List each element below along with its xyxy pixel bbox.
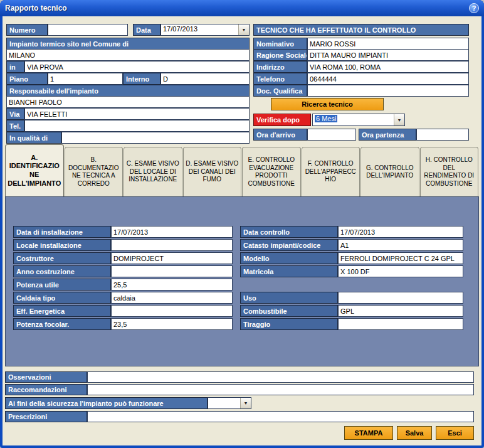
tab-identificazione-impianto[interactable]: A. IDENTIFICAZIONE DELL'IMPIANTO [5, 144, 64, 196]
indirizzo-input[interactable] [307, 61, 469, 73]
data-controllo-label: Data controllo [240, 226, 338, 238]
costruttore-input[interactable] [111, 252, 233, 264]
via-label: Via [6, 108, 24, 120]
via-input[interactable] [24, 108, 250, 120]
matricola-input[interactable] [338, 265, 463, 277]
data-combobox-value: 17/07/2013 [161, 24, 238, 35]
doc-qualifica-input[interactable] [307, 85, 469, 97]
interno-label: Interno [123, 73, 160, 85]
piano-label: Piano [6, 73, 48, 85]
data-combobox[interactable]: 17/07/2013 ▼ [160, 24, 250, 36]
verifica-dopo-combobox[interactable]: 6 Mesi ▼ [312, 114, 405, 126]
tel-input[interactable] [24, 120, 250, 132]
tab-controllo-apparecchio[interactable]: F. CONTROLLO DELL'APPARECCHIO [302, 147, 360, 196]
tab-label: H. CONTROLLO DEL RENDIMENTO DI COMBUSTIO… [422, 156, 477, 188]
comune-input[interactable] [6, 49, 250, 61]
modello-label: Modello [240, 252, 338, 264]
raccomandazioni-input[interactable] [87, 384, 474, 395]
tab-controllo-impianto[interactable]: G. CONTROLLO DELL'IMPIANTO [360, 147, 419, 196]
tel-label: Tel. [6, 120, 24, 132]
interno-input[interactable] [160, 73, 250, 85]
combustibile-label: Combustibile [240, 305, 338, 317]
window-title: Rapporto tecnico [5, 4, 67, 13]
ora-arrivo-input[interactable] [307, 129, 356, 141]
tab-label: B. DOCUMENTAZIONE TECNICA A CORREDO [66, 156, 122, 188]
uso-input[interactable] [338, 292, 463, 304]
data-controllo-input[interactable] [338, 226, 463, 238]
anno-costruzione-label: Anno costruzione [13, 265, 111, 277]
data-label: Data [133, 24, 160, 36]
ora-partenza-input[interactable] [416, 129, 469, 141]
data-installazione-input[interactable] [111, 226, 233, 238]
telefono-label: Telefono [253, 73, 307, 85]
data-installazione-label: Data di installazione [13, 226, 111, 238]
prescrizioni-input[interactable] [87, 411, 474, 422]
identificazione-panel: Data di installazione Data controllo Loc… [5, 196, 479, 366]
tab-controllo-rendimento[interactable]: H. CONTROLLO DEL RENDIMENTO DI COMBUSTIO… [420, 147, 479, 196]
potenza-utile-label: Potenza utile [13, 279, 111, 291]
salva-button[interactable]: Salva [397, 426, 432, 440]
tab-esame-canali-fumo[interactable]: D. ESAME VISIVO DEI CANALI DEI FUMO [183, 147, 242, 196]
eff-energetica-label: Eff. Energetica [13, 305, 111, 317]
sicurezza-combobox[interactable]: ▼ [208, 397, 251, 409]
nominativo-label: Nominativo [253, 38, 307, 50]
tab-label: D. ESAME VISIVO DEI CANALI DEI FUMO [185, 160, 240, 184]
comune-header: Impianto termico sito nel Comune di [6, 38, 250, 50]
potenza-utile-input[interactable] [111, 279, 233, 291]
numero-input[interactable] [48, 24, 128, 36]
eff-energetica-input[interactable] [111, 305, 233, 317]
osservazioni-label: Osservazioni [5, 371, 87, 383]
ragione-sociale-input[interactable] [307, 49, 469, 61]
caldaia-tipo-label: Caldaia tipo [13, 292, 111, 304]
osservazioni-input[interactable] [87, 371, 474, 383]
verifica-dopo-value: 6 Mesi [313, 114, 394, 125]
modello-input[interactable] [338, 252, 463, 264]
responsabile-header: Responsabile dell'impianto [6, 85, 250, 97]
indirizzo-label: Indirizzo [253, 61, 307, 73]
verifica-dopo-label: Verifica dopo [253, 114, 311, 126]
caldaia-tipo-input[interactable] [111, 292, 233, 304]
qualita-label: In qualità di [6, 132, 61, 144]
doc-qualifica-label: Doc. Qualifica [253, 85, 307, 97]
catasto-label: Catasto impianti/codice [240, 239, 338, 251]
nominativo-input[interactable] [307, 38, 469, 50]
tiraggio-input[interactable] [338, 318, 463, 330]
tab-label: G. CONTROLLO DELL'IMPIANTO [362, 164, 418, 180]
rapporto-tecnico-window: Rapporto tecnico ? Numero Data 17/07/201… [0, 0, 484, 448]
help-button[interactable]: ? [469, 3, 479, 13]
locale-installazione-input[interactable] [111, 239, 233, 251]
chevron-down-icon[interactable]: ▼ [394, 114, 404, 125]
in-via-input[interactable] [24, 61, 250, 73]
costruttore-label: Costruttore [13, 252, 111, 264]
telefono-input[interactable] [307, 73, 469, 85]
combustibile-input[interactable] [338, 305, 463, 317]
in-label: in [6, 61, 24, 73]
ora-partenza-label: Ora partenza [359, 129, 416, 141]
chevron-down-icon[interactable]: ▼ [240, 398, 251, 408]
raccomandazioni-label: Raccomandazioni [5, 384, 87, 395]
uso-label: Uso [240, 292, 338, 304]
esci-button[interactable]: Esci [436, 426, 474, 440]
chevron-down-icon[interactable]: ▼ [238, 24, 249, 35]
piano-input[interactable] [48, 73, 123, 85]
titlebar[interactable]: Rapporto tecnico ? [0, 0, 484, 16]
ragione-sociale-label: Ragione Sociale [253, 49, 307, 61]
tab-label: A. IDENTIFICAZIONE DELL'IMPIANTO [7, 154, 62, 188]
sicurezza-combobox-value [208, 398, 240, 408]
ricerca-tecnico-button[interactable]: Ricerca tecnico [271, 98, 384, 110]
tecnico-header: TECNICO CHE HA EFFETTUATO IL CONTROLLO [253, 24, 469, 36]
stampa-button[interactable]: STAMPA [344, 426, 393, 440]
qualita-input[interactable] [61, 132, 250, 144]
locale-installazione-label: Locale installazione [13, 239, 111, 251]
responsabile-input[interactable] [6, 96, 250, 108]
tab-documentazione-tecnica[interactable]: B. DOCUMENTAZIONE TECNICA A CORREDO [65, 147, 124, 196]
tab-controllo-evacuazione[interactable]: E. CONTROLLO EVACUAZIONE PRODOTTI COMBUS… [242, 147, 301, 196]
tab-label: F. CONTROLLO DELL'APPARECCHIO [303, 160, 359, 184]
potenza-focolare-input[interactable] [111, 318, 233, 330]
matricola-label: Matricola [240, 265, 338, 277]
numero-label: Numero [6, 24, 48, 36]
tab-esame-locale-installazione[interactable]: C. ESAME VISIVO DEL LOCALE DI INSTALLAZI… [124, 147, 182, 196]
tab-strip: A. IDENTIFICAZIONE DELL'IMPIANTO B. DOCU… [5, 144, 479, 196]
anno-costruzione-input[interactable] [111, 265, 233, 277]
catasto-input[interactable] [338, 239, 463, 251]
